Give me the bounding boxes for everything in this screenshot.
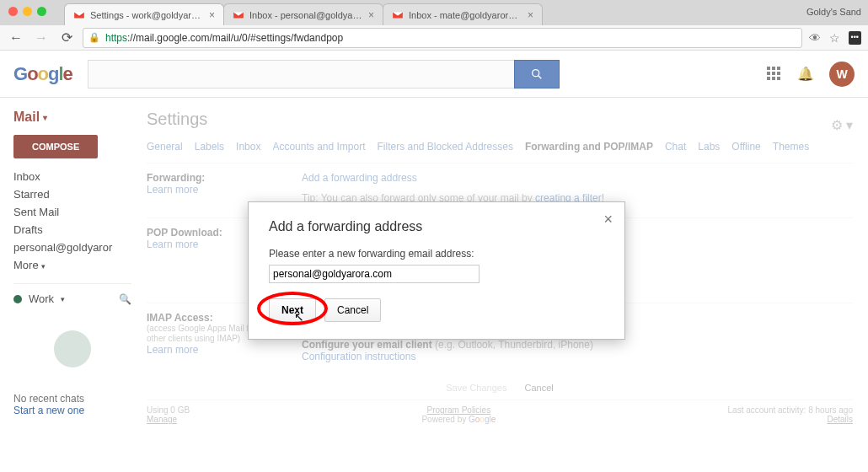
svg-line-1 <box>538 75 542 78</box>
forwarding-heading: Forwarding: <box>147 172 281 184</box>
nav-forward-icon: → <box>32 29 51 47</box>
presence-dot-icon <box>13 295 22 303</box>
activity-details-link[interactable]: Details <box>827 415 853 424</box>
tab-general[interactable]: General <box>147 141 183 153</box>
header-icons: 🔔 W <box>767 62 855 87</box>
imap-learn-more[interactable]: Learn more <box>147 344 198 356</box>
nav-reload-icon[interactable]: ⟳ <box>57 29 76 47</box>
last-activity-text: Last account activity: 8 hours ago <box>728 405 853 415</box>
lock-icon: 🔒 <box>88 32 100 43</box>
apps-grid-icon[interactable] <box>767 67 782 82</box>
chevron-down-icon: ▾ <box>43 113 47 122</box>
notifications-icon[interactable]: 🔔 <box>797 66 814 82</box>
sidebar-item-starred[interactable]: Starred <box>13 188 123 201</box>
imap-configure-eg: (e.g. Outlook, Thunderbird, iPhone) <box>435 339 593 351</box>
tab-forwarding[interactable]: Forwarding and POP/IMAP <box>525 141 653 153</box>
gear-icon[interactable]: ⚙ ▾ <box>831 117 853 133</box>
browser-toolbar: ← → ⟳ 🔒 https://mail.google.com/mail/u/0… <box>0 25 868 51</box>
storage-text: Using 0 GB <box>147 405 190 415</box>
add-forwarding-modal: × Add a forwarding address Please enter … <box>248 201 625 340</box>
browser-tab[interactable]: Inbox - mate@goldyarora.com × <box>383 3 543 25</box>
avatar[interactable]: W <box>829 62 855 87</box>
cancel-button[interactable]: Cancel <box>524 383 553 393</box>
window-minimize-icon[interactable] <box>23 7 32 16</box>
search-input[interactable] <box>88 60 514 88</box>
modal-close-icon[interactable]: × <box>603 211 613 228</box>
chevron-down-icon: ▾ <box>41 262 46 271</box>
tab-title: Inbox - personal@goldyarora.c <box>249 10 363 20</box>
search-container <box>88 60 560 88</box>
mail-dropdown[interactable]: Mail ▾ <box>13 110 47 125</box>
svg-point-0 <box>533 69 539 76</box>
chat-search-icon[interactable]: 🔍 <box>119 293 131 305</box>
forwarding-learn-more[interactable]: Learn more <box>147 184 198 196</box>
hangouts-panel: No recent chats Start a new one <box>13 330 131 416</box>
chat-account-name: Work <box>29 292 54 305</box>
imap-configure-heading: Configure your email client <box>302 339 435 351</box>
tab-filters[interactable]: Filters and Blocked Addresses <box>378 141 513 153</box>
no-chats-text: No recent chats <box>13 393 131 405</box>
window-maximize-icon[interactable] <box>37 7 46 16</box>
settings-main: Settings ⚙ ▾ General Labels Inbox Accoun… <box>131 98 868 472</box>
gmail-header: Google 🔔 W <box>0 51 868 98</box>
next-button[interactable]: Next <box>269 298 316 322</box>
page-title: Settings <box>147 110 207 129</box>
sidebar-item-more[interactable]: More ▾ <box>13 259 123 271</box>
gmail-icon <box>392 9 404 21</box>
modal-title: Add a forwarding address <box>269 219 604 234</box>
modal-label: Please enter a new forwarding email addr… <box>269 248 604 260</box>
modal-cancel-button[interactable]: Cancel <box>324 298 381 322</box>
google-mini-logo: Google <box>469 415 496 424</box>
extension-icon[interactable]: ••• <box>849 31 861 45</box>
add-forwarding-link[interactable]: Add a forwarding address <box>302 172 417 184</box>
tab-close-icon[interactable]: × <box>209 9 215 21</box>
browser-tabs: Settings - work@goldyarora.c × Inbox - p… <box>64 3 542 25</box>
sidebar-item-sent[interactable]: Sent Mail <box>13 206 123 218</box>
browser-tab-strip: Settings - work@goldyarora.c × Inbox - p… <box>0 0 868 25</box>
tab-close-icon[interactable]: × <box>528 9 533 21</box>
start-new-chat-link[interactable]: Start a new one <box>13 405 131 416</box>
pop-learn-more[interactable]: Learn more <box>147 239 198 250</box>
search-icon <box>530 67 544 81</box>
url-bar[interactable]: 🔒 https://mail.google.com/mail/u/0/#sett… <box>83 28 802 48</box>
save-changes-button: Save Changes <box>446 383 506 393</box>
browser-tab[interactable]: Inbox - personal@goldyarora.c × <box>223 3 383 25</box>
sidebar-nav: Inbox Starred Sent Mail Drafts personal@… <box>13 170 131 271</box>
google-logo[interactable]: Google <box>13 63 72 85</box>
tab-accounts[interactable]: Accounts and Import <box>272 141 365 153</box>
powered-by-text: Powered by <box>421 415 469 424</box>
star-icon[interactable]: ☆ <box>829 31 840 45</box>
sidebar-item-label[interactable]: personal@goldyaror <box>13 241 123 254</box>
settings-tabs: General Labels Inbox Accounts and Import… <box>147 141 853 153</box>
tab-offline[interactable]: Offline <box>731 141 760 153</box>
tab-inbox[interactable]: Inbox <box>236 141 260 153</box>
tab-title: Inbox - mate@goldyarora.com <box>409 10 522 20</box>
sidebar-item-drafts[interactable]: Drafts <box>13 223 123 236</box>
chevron-down-icon: ▾ <box>61 295 65 303</box>
tab-chat[interactable]: Chat <box>665 141 686 153</box>
compose-button[interactable]: COMPOSE <box>13 135 98 158</box>
chat-account-selector[interactable]: Work ▾ 🔍 <box>13 283 131 305</box>
tab-close-icon[interactable]: × <box>368 9 374 21</box>
mail-label-text: Mail <box>13 110 40 125</box>
sidebar-item-inbox[interactable]: Inbox <box>13 170 123 183</box>
url-right-icons: 👁 ☆ ••• <box>809 31 861 45</box>
tab-labs[interactable]: Labs <box>698 141 720 153</box>
search-button[interactable] <box>514 60 560 88</box>
tab-themes[interactable]: Themes <box>773 141 809 153</box>
tab-labels[interactable]: Labels <box>195 141 224 153</box>
forwarding-email-input[interactable] <box>269 265 480 283</box>
save-row: Save Changes Cancel <box>147 376 853 400</box>
gmail-icon <box>73 9 85 21</box>
imap-config-instructions[interactable]: Configuration instructions <box>302 351 415 362</box>
nav-back-icon[interactable]: ← <box>7 29 25 47</box>
hangouts-icon <box>54 330 91 367</box>
tab-title: Settings - work@goldyarora.c <box>90 10 204 20</box>
program-policies-link[interactable]: Program Policies <box>427 405 491 415</box>
eye-icon[interactable]: 👁 <box>809 31 821 45</box>
window-close-icon[interactable] <box>8 7 18 16</box>
window-controls <box>8 7 46 16</box>
manage-storage-link[interactable]: Manage <box>147 415 177 424</box>
browser-profile-name[interactable]: Goldy's Sand <box>806 7 861 17</box>
browser-tab-active[interactable]: Settings - work@goldyarora.c × <box>64 3 224 25</box>
